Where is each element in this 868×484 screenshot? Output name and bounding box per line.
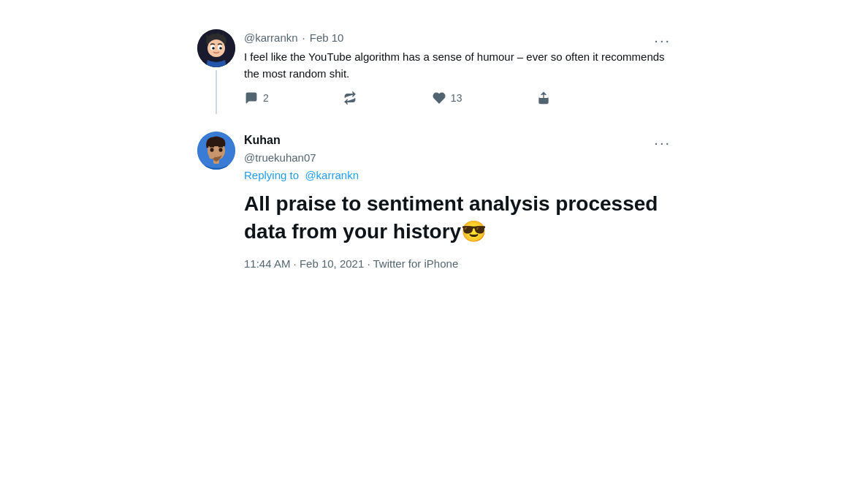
- reply-text-content: All praise to sentiment analysis process…: [244, 192, 658, 243]
- retweet-button[interactable]: [343, 91, 357, 105]
- share-icon: [536, 91, 551, 105]
- first-tweet: @karrankn · Feb 10 ... I feel like the Y…: [197, 29, 671, 114]
- tweet-thread-line: [216, 70, 217, 114]
- replying-to: Replying to @karrankn: [244, 169, 671, 181]
- like-button[interactable]: 13: [432, 91, 462, 105]
- first-tweet-content: @karrankn · Feb 10 ... I feel like the Y…: [244, 29, 671, 114]
- reply-tweet-avatar-col: [197, 132, 235, 270]
- first-tweet-actions: 2: [244, 91, 551, 105]
- replying-to-label: Replying to: [244, 169, 299, 181]
- first-tweet-header-left: @karrankn · Feb 10: [244, 31, 343, 44]
- reply-text-emoji: 😎: [461, 220, 487, 243]
- retweet-icon: [343, 91, 357, 105]
- first-tweet-dot: ·: [302, 31, 305, 44]
- avatar-karrankn[interactable]: [197, 29, 235, 67]
- first-tweet-more-options[interactable]: ...: [654, 29, 671, 46]
- first-tweet-date: Feb 10: [310, 31, 344, 44]
- reply-button[interactable]: 2: [244, 91, 269, 105]
- reply-display-name[interactable]: Kuhan: [244, 134, 281, 147]
- svg-point-2: [208, 39, 225, 57]
- like-icon: [432, 91, 446, 105]
- first-tweet-username[interactable]: @karrankn: [244, 31, 298, 44]
- reply-tweet-header: Kuhan ...: [244, 132, 671, 148]
- svg-point-15: [210, 148, 214, 152]
- reply-tweet-more-options[interactable]: ...: [654, 132, 671, 148]
- reply-icon: [244, 91, 259, 105]
- reply-tweet: Kuhan ... @truekuhan07 Replying to @karr…: [197, 123, 671, 270]
- replying-to-user[interactable]: @karrankn: [305, 169, 359, 181]
- svg-point-9: [212, 47, 215, 50]
- tweet-container: @karrankn · Feb 10 ... I feel like the Y…: [186, 15, 682, 284]
- reply-tweet-content: Kuhan ... @truekuhan07 Replying to @karr…: [244, 132, 671, 270]
- reply-tweet-text: All praise to sentiment analysis process…: [244, 190, 671, 246]
- svg-point-16: [219, 148, 223, 152]
- reply-tweet-header-left: Kuhan: [244, 134, 281, 147]
- first-tweet-header: @karrankn · Feb 10 ...: [244, 29, 671, 46]
- reply-tweet-username[interactable]: @truekuhan07: [244, 151, 316, 164]
- svg-point-10: [219, 47, 222, 50]
- reply-count: 2: [263, 92, 269, 104]
- tweet-timestamp: 11:44 AM · Feb 10, 2021 · Twitter for iP…: [244, 257, 671, 270]
- first-tweet-text: I feel like the YouTube algorithm has a …: [244, 49, 671, 82]
- first-tweet-avatar-col: [197, 29, 235, 114]
- like-count: 13: [451, 92, 462, 104]
- avatar-kuhan[interactable]: [197, 132, 235, 170]
- share-button[interactable]: [536, 91, 551, 105]
